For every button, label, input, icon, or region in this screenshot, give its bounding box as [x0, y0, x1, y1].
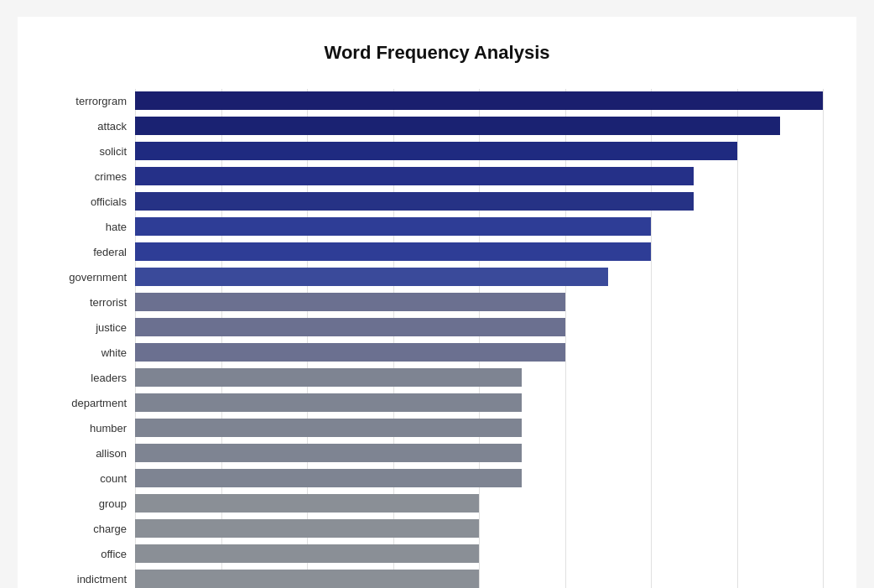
bar-track — [135, 242, 823, 261]
bar-label: charge — [51, 523, 135, 535]
table-row: terrorist — [51, 290, 823, 314]
bar-fill — [135, 91, 823, 110]
bar-fill — [135, 192, 694, 211]
bar-label: hate — [51, 221, 135, 233]
bar-label: count — [51, 472, 135, 485]
bar-fill — [135, 293, 565, 311]
bar-label: terrorist — [51, 296, 135, 309]
table-row: office — [51, 542, 823, 565]
bar-fill — [135, 268, 608, 286]
bar-track — [135, 519, 823, 538]
bar-track — [135, 268, 823, 286]
bar-label: solicit — [51, 145, 135, 158]
table-row: government — [51, 265, 823, 289]
bar-fill — [135, 242, 651, 261]
bar-fill — [135, 444, 522, 462]
bar-label: crimes — [51, 170, 135, 183]
bar-label: indictment — [51, 573, 135, 585]
table-row: terrorgram — [51, 89, 823, 112]
bar-track — [135, 142, 823, 160]
grid-line — [823, 89, 824, 588]
bar-track — [135, 419, 823, 437]
bar-track — [135, 117, 823, 135]
table-row: crimes — [51, 164, 823, 188]
bar-label: federal — [51, 246, 135, 258]
table-row: humber — [51, 416, 823, 440]
bar-label: white — [51, 346, 135, 359]
table-row: hate — [51, 215, 823, 238]
table-row: officials — [51, 190, 823, 213]
bar-track — [135, 570, 823, 588]
bar-fill — [135, 343, 565, 362]
bar-fill — [135, 570, 479, 588]
bar-track — [135, 444, 823, 462]
chart-title: Word Frequency Analysis — [51, 42, 823, 64]
bar-fill — [135, 469, 522, 487]
bar-track — [135, 544, 823, 563]
bar-track — [135, 167, 823, 185]
bar-label: leaders — [51, 372, 135, 384]
bar-track — [135, 343, 823, 362]
bar-track — [135, 318, 823, 336]
bar-fill — [135, 494, 479, 513]
bar-fill — [135, 318, 565, 336]
table-row: white — [51, 341, 823, 364]
bar-label: government — [51, 271, 135, 284]
table-row: leaders — [51, 366, 823, 389]
bar-label: group — [51, 497, 135, 510]
bar-label: office — [51, 548, 135, 560]
bar-fill — [135, 142, 737, 160]
bar-fill — [135, 167, 694, 185]
bar-track — [135, 192, 823, 211]
table-row: indictment — [51, 567, 823, 588]
table-row: justice — [51, 315, 823, 339]
bar-label: attack — [51, 120, 135, 133]
chart-area: terrorgramattacksolicitcrimesofficialsha… — [51, 89, 823, 588]
bar-track — [135, 469, 823, 487]
bar-label: justice — [51, 321, 135, 334]
bar-track — [135, 494, 823, 513]
bar-label: terrorgram — [51, 95, 135, 107]
bar-label: department — [51, 397, 135, 409]
table-row: allison — [51, 441, 823, 465]
bar-fill — [135, 544, 479, 563]
bar-track — [135, 217, 823, 236]
bar-fill — [135, 117, 780, 135]
bar-track — [135, 293, 823, 311]
table-row: solicit — [51, 139, 823, 163]
bar-label: officials — [51, 195, 135, 208]
table-row: group — [51, 492, 823, 515]
table-row: attack — [51, 114, 823, 138]
bar-label: humber — [51, 422, 135, 434]
chart-container: Word Frequency Analysis terrorgramattack… — [18, 17, 856, 588]
bar-track — [135, 393, 823, 412]
bar-fill — [135, 217, 651, 236]
bar-fill — [135, 519, 479, 538]
table-row: charge — [51, 517, 823, 540]
table-row: department — [51, 391, 823, 414]
bar-track — [135, 91, 823, 110]
table-row: count — [51, 466, 823, 490]
bar-fill — [135, 419, 522, 437]
bar-label: allison — [51, 447, 135, 460]
table-row: federal — [51, 240, 823, 263]
bar-fill — [135, 368, 522, 387]
bar-fill — [135, 393, 522, 412]
bar-track — [135, 368, 823, 387]
